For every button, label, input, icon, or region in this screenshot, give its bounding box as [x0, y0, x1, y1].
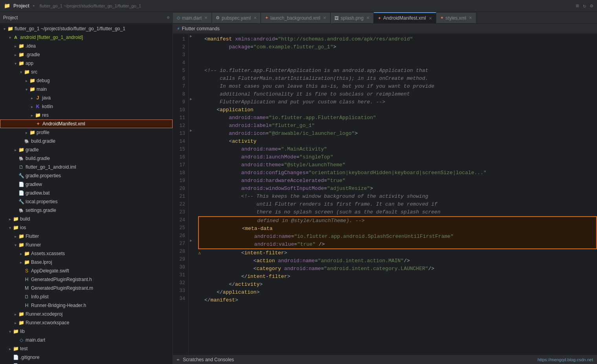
sidebar-item-label-debug: debug: [37, 78, 50, 83]
fold-arrow-9[interactable]: ▶: [189, 97, 193, 105]
code-line-10: android:name="io.flutter.app.FlutterAppl…: [198, 114, 597, 122]
sidebar-item-lib[interactable]: ▾📁lib: [0, 327, 173, 336]
sidebar-item-runner-xcodeproj[interactable]: ▸📁Runner.xcodeproj: [0, 310, 173, 318]
sidebar-item-androidmanifest[interactable]: ✦AndroidManifest.xml: [0, 119, 173, 128]
sidebar-item-generatedpluginregistrant-h[interactable]: HGeneratedPluginRegistrant.h: [0, 275, 173, 284]
sidebar-item-gradle-properties[interactable]: 🔧gradle.properties: [0, 171, 173, 180]
title-bar: 📁 Project ▾ flutter_go_1 ~/project/studi…: [0, 0, 597, 12]
sidebar-item-build[interactable]: ▸📁build: [0, 215, 173, 223]
folder-kotlin-icon: K: [35, 104, 41, 109]
sidebar-item-label-flutter-go-1-android-iml: flutter_go_1_android.iml: [26, 164, 76, 170]
tree-arrow-icon: ▸: [13, 44, 18, 48]
fold-arrow-8: [189, 89, 193, 97]
sidebar-item-flutter-go-1-root[interactable]: ▾📁flutter_go_1 ~/project/studio/flutter_…: [0, 24, 173, 33]
sidebar-item-idea[interactable]: ▸📁.idea: [0, 42, 173, 50]
code-line-5: calls FlutterMain.startInitialization(th…: [198, 75, 597, 83]
code-line-22: there is no splash screen (such as the d…: [198, 208, 597, 216]
tab-close-android-manifest[interactable]: ✕: [429, 16, 432, 20]
tab-android-manifest[interactable]: ✦AndroidManifest.xml✕: [374, 12, 436, 23]
code-content[interactable]: <manifest xmlns:android="http://schemas.…: [193, 34, 597, 355]
scratch-icon: ✏: [177, 357, 180, 362]
fold-arrow-18: [189, 167, 193, 175]
flutter-bar-label: Flutter commands: [182, 26, 220, 31]
sidebar-item-main-dart-lib[interactable]: ◇main.dart: [0, 336, 173, 344]
status-left: ✏ Scratches and Consoles: [177, 357, 234, 362]
sidebar-item-android[interactable]: ▾Aandroid [flutter_go_1_android]: [0, 33, 173, 42]
tab-launch-background[interactable]: ✦launch_background.xml✕: [261, 12, 331, 23]
sidebar-item-build-gradle-app[interactable]: 🐘build.gradle: [0, 137, 173, 145]
sidebar-item-kotlin[interactable]: ▸Kkotlin: [0, 102, 173, 111]
tab-styles-xml[interactable]: ✦styles.xml✕: [436, 12, 477, 23]
fold-arrow-1[interactable]: ▶: [189, 34, 193, 42]
code-line-19: android:windowSoftInputMode="adjustResiz…: [198, 185, 597, 193]
sidebar-item-generatedpluginregistrant-m[interactable]: MGeneratedPluginRegistrant.m: [0, 284, 173, 292]
sidebar-item-assets-xcassets[interactable]: ▸📁Assets.xcassets: [0, 249, 173, 258]
tab-close-main-dart[interactable]: ✕: [204, 16, 208, 20]
sidebar-item-base-lproj[interactable]: ▸📁Base.lproj: [0, 258, 173, 267]
file-gradle-icon: 🐘: [18, 208, 24, 213]
sidebar-item-main[interactable]: ▾📁main: [0, 85, 173, 94]
sidebar-item-runner[interactable]: ▾📁Runner: [0, 241, 173, 249]
sidebar-item-res[interactable]: ▸📁res: [0, 111, 173, 119]
sidebar-item-label-app: app: [26, 61, 33, 66]
sidebar-item-build-gradle-root[interactable]: 🐘build.gradle: [0, 154, 173, 163]
sidebar-item-settings-gradle[interactable]: 🐘settings.gradle: [0, 206, 173, 215]
sidebar-item-flutter-ios[interactable]: ▸📁Flutter: [0, 232, 173, 241]
fold-arrow-26: [189, 230, 193, 238]
sidebar-item-src[interactable]: ▾📁src: [0, 68, 173, 76]
sidebar-item-test[interactable]: ▸📁test: [0, 344, 173, 353]
sidebar-tree[interactable]: ▾📁flutter_go_1 ~/project/studio/flutter_…: [0, 24, 173, 364]
sync-icon[interactable]: ↻: [583, 3, 586, 9]
fold-arrow-4: [189, 57, 193, 65]
sidebar-item-info-plist[interactable]: 🗋Info.plist: [0, 292, 173, 301]
gear-icon[interactable]: ⚙: [590, 3, 593, 9]
sidebar-item-local-properties[interactable]: 🔧local.properties: [0, 197, 173, 206]
grid-icon[interactable]: ⊞: [576, 3, 579, 9]
sidebar-item-gradlew-bat[interactable]: 📄gradlew.bat: [0, 189, 173, 197]
flutter-commands-bar[interactable]: ⚡ Flutter commands: [173, 24, 597, 34]
tab-close-splash-png[interactable]: ✕: [366, 16, 369, 20]
sidebar-item-gradle-folder[interactable]: ▸📁gradle: [0, 145, 173, 154]
scratches-label[interactable]: Scratches and Consoles: [183, 357, 234, 362]
tab-close-pubspec-yaml[interactable]: ✕: [253, 16, 257, 20]
sidebar-item-appdelegate-swift[interactable]: SAppDelegate.swift: [0, 267, 173, 275]
sidebar-item-ios[interactable]: ▾📁ios: [0, 223, 173, 232]
fold-arrow-27[interactable]: ▶: [189, 238, 193, 246]
sidebar-gear-icon[interactable]: ⚙: [167, 15, 169, 20]
sidebar-item-java[interactable]: ▸Jjava: [0, 94, 173, 102]
tab-icon-pubspec-yaml: ⚙: [216, 15, 220, 20]
fold-arrow-13[interactable]: ▶: [189, 128, 193, 136]
tab-close-launch-background[interactable]: ✕: [323, 16, 326, 20]
tab-splash-png[interactable]: 🖼splash.png✕: [331, 12, 374, 23]
sidebar-item-app[interactable]: ▾📁app: [0, 59, 173, 68]
project-icon: 📁: [4, 3, 10, 9]
tab-icon-main-dart: ◇: [177, 15, 180, 20]
sidebar-item-profile[interactable]: ▸📁profile: [0, 128, 173, 137]
root-icon: 📁: [7, 26, 13, 31]
file-props-icon: 🔧: [18, 199, 24, 204]
sidebar-item-gitignore[interactable]: 📄.gitignore: [0, 353, 173, 362]
fold-arrow-34: [189, 293, 193, 301]
sidebar-item-gradle-wrapper[interactable]: ▸📁.gradle: [0, 50, 173, 59]
code-line-21: until Flutter renders its first frame. I…: [198, 200, 597, 208]
sidebar-item-label-build-gradle-app: build.gradle: [31, 138, 55, 144]
sidebar-item-metadata[interactable]: 📄.metadata: [0, 362, 173, 364]
title-dropdown-arrow[interactable]: ▾: [33, 4, 35, 8]
sidebar-item-debug[interactable]: ▸📁debug: [0, 76, 173, 85]
code-line-34: [198, 304, 597, 312]
sidebar-item-label-runner-bridging-header: Runner-Bridging-Header.h: [31, 303, 86, 308]
folder-icon: 📁: [13, 216, 19, 222]
sidebar-item-flutter-go-1-android-iml[interactable]: 🗋flutter_go_1_android.iml: [0, 163, 173, 171]
tab-pubspec-yaml[interactable]: ⚙pubspec.yaml✕: [212, 12, 261, 23]
sidebar-item-runner-bridging-header[interactable]: HRunner-Bridging-Header.h: [0, 301, 173, 310]
sidebar-item-gradlew[interactable]: 📄gradlew: [0, 180, 173, 189]
tab-close-styles-xml[interactable]: ✕: [469, 16, 472, 20]
sidebar-item-runner-xcworkspace[interactable]: ▸📁Runner.xcworkspace: [0, 318, 173, 327]
sidebar-item-label-ios: ios: [20, 225, 26, 230]
tab-main-dart[interactable]: ◇main.dart✕: [173, 12, 212, 23]
line-numbers: 1234567891011121314151617181920212223242…: [173, 34, 189, 355]
tree-arrow-icon: ▸: [24, 131, 29, 135]
fold-arrow-11: [189, 112, 193, 120]
code-line-14: android:name=".MainActivity": [198, 145, 597, 153]
sidebar-header: Project ⚙: [0, 12, 173, 24]
